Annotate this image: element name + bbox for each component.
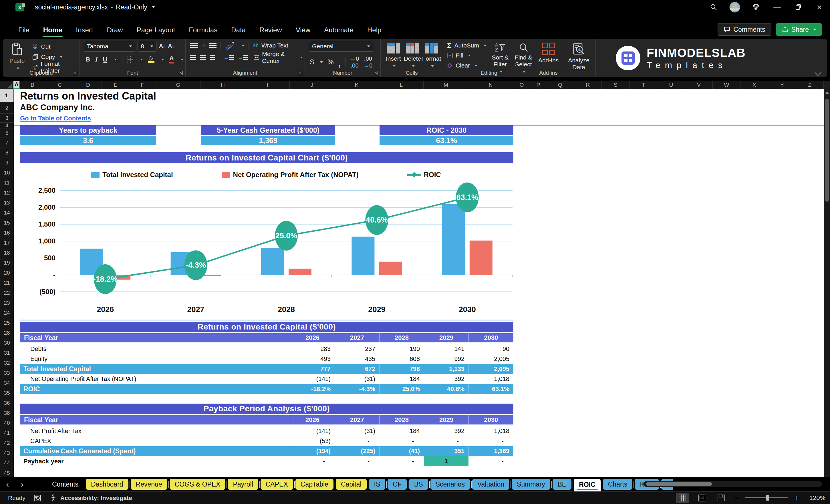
column-header-X[interactable]: X <box>740 81 768 89</box>
column-header-B[interactable]: B <box>20 81 45 89</box>
column-header-H[interactable]: H <box>200 81 245 89</box>
cell-value[interactable]: -4.3% <box>334 384 379 394</box>
row-header-15[interactable]: 15 <box>0 218 14 228</box>
ribbon-tab-data[interactable]: Data <box>224 22 253 39</box>
sheet-tab-contents[interactable]: Contents <box>47 479 84 490</box>
table-row-cumulative-cash-generated-spent-[interactable]: Cumulative Cash Generated (Spent)(194)(2… <box>20 446 513 456</box>
row-header-42[interactable]: 42 <box>0 438 14 448</box>
cell-value[interactable]: 184 <box>379 426 424 436</box>
align-right-icon[interactable] <box>210 55 215 60</box>
sheet-title[interactable]: Returns on Invested Capital <box>20 90 156 102</box>
horizontal-scroll-thumb[interactable] <box>646 482 712 486</box>
cell-value[interactable]: 1,018 <box>469 426 513 436</box>
column-header-L[interactable]: L <box>379 81 423 89</box>
column-header-M[interactable]: M <box>423 81 468 89</box>
sheet-nav-left-icon[interactable]: ‹ <box>0 479 15 489</box>
row-label[interactable]: Net Operating Profit After Tax (NOPAT) <box>20 374 290 384</box>
underline-options-caret[interactable] <box>114 59 117 60</box>
column-header-K[interactable]: K <box>334 81 379 89</box>
cell-value[interactable]: 63.1% <box>469 384 513 394</box>
autosum-button[interactable]: Σ AutoSum <box>447 41 486 50</box>
column-header-Z[interactable]: Z <box>796 81 824 89</box>
row-header-23[interactable]: 23 <box>0 298 14 308</box>
analyze-data-button[interactable]: AnalyzeData <box>569 41 589 71</box>
row-header-38[interactable]: 38 <box>0 408 14 418</box>
year-column-2030[interactable]: 2030 <box>469 333 513 342</box>
company-name[interactable]: ABC Company Inc. <box>20 103 95 112</box>
row-header-45[interactable]: 45 <box>0 468 14 478</box>
cell-value[interactable]: 1,018 <box>469 374 513 384</box>
kpi-label-2[interactable]: ROIC - 2030 <box>380 125 513 135</box>
cell-value[interactable]: 351 <box>424 446 469 456</box>
comments-button[interactable]: Comments <box>717 23 771 36</box>
cell-value[interactable]: - <box>469 436 513 446</box>
align-center-icon[interactable] <box>200 55 205 60</box>
row-label[interactable]: Payback year <box>20 456 290 466</box>
row-header-10[interactable]: 10 <box>0 168 14 178</box>
row-header-2[interactable]: 2 <box>0 102 14 114</box>
cell-value[interactable]: 392 <box>424 374 469 384</box>
fill-color-icon[interactable] <box>148 56 154 63</box>
table-row-debts[interactable]: Debts28323719014190 <box>20 344 513 354</box>
borders-caret[interactable] <box>140 59 143 60</box>
column-header-G[interactable]: G <box>156 81 200 89</box>
number-dialog-launcher[interactable] <box>374 71 378 75</box>
accessibility-status[interactable]: Accessibility: Investigate <box>50 494 132 502</box>
decrease-decimal-icon[interactable]: .00→0 <box>363 55 372 69</box>
ribbon-tab-page-layout[interactable]: Page Layout <box>130 22 182 39</box>
ribbon-tab-review[interactable]: Review <box>253 22 289 39</box>
column-header-C[interactable]: C <box>45 81 74 89</box>
row-header-33[interactable]: 33 <box>0 368 14 378</box>
column-header-R[interactable]: R <box>574 81 602 89</box>
premium-gem-icon[interactable] <box>745 0 767 14</box>
normal-view-button[interactable] <box>676 493 689 503</box>
sheet-tab-is[interactable]: IS <box>369 479 386 490</box>
cell-value[interactable]: (41) <box>379 446 424 456</box>
row-header-16[interactable]: 16 <box>0 228 14 238</box>
cell-value[interactable]: - <box>334 456 379 466</box>
sheet-cells[interactable]: Returns on Invested Capital ABC Company … <box>14 89 824 477</box>
row-header-31[interactable]: 31 <box>0 348 14 358</box>
row-label[interactable]: CAPEX <box>20 436 290 446</box>
column-header-N[interactable]: N <box>468 81 513 89</box>
italic-button[interactable]: I <box>95 56 98 63</box>
zoom-out-button[interactable]: − <box>734 494 739 503</box>
cell-value[interactable]: - <box>334 436 379 446</box>
fill-color-caret[interactable] <box>161 59 164 60</box>
cell-value[interactable]: - <box>469 456 513 466</box>
kpi-label-1[interactable]: 5-Year Cash Generated ($'000) <box>201 125 335 135</box>
cell-value[interactable]: 992 <box>424 354 469 364</box>
sheet-tab-be[interactable]: BE <box>552 479 572 490</box>
bold-button[interactable]: B <box>86 56 90 63</box>
column-header-F[interactable]: F <box>129 81 156 89</box>
sheet-tab-summary[interactable]: Summary <box>512 479 550 490</box>
row-label[interactable]: Debts <box>20 344 290 354</box>
kpi-value-0[interactable]: 3.6 <box>20 136 156 145</box>
percent-format-icon[interactable]: % <box>327 58 333 66</box>
row-label[interactable]: Total Invested Capital <box>20 364 290 374</box>
row-header-13[interactable]: 13 <box>0 198 14 208</box>
table-row-roic[interactable]: ROIC-18.2%-4.3%25.0%40.6%63.1% <box>20 384 513 394</box>
row-header-17[interactable]: 17 <box>0 238 14 248</box>
number-format-select[interactable]: General <box>309 41 373 52</box>
row-label[interactable]: Net Profit After Tax <box>20 426 290 436</box>
document-mode[interactable]: Read-Only <box>116 3 147 11</box>
paste-button[interactable]: Paste <box>7 41 27 72</box>
table-row-total-invested-capital[interactable]: Total Invested Capital7776727981,1332,09… <box>20 364 513 374</box>
font-color-caret[interactable] <box>181 59 184 60</box>
column-header-D[interactable]: D <box>74 81 102 89</box>
row-header-19[interactable]: 19 <box>0 258 14 268</box>
ribbon-tab-draw[interactable]: Draw <box>100 22 130 39</box>
sheet-tab-dashboard[interactable]: Dashboard <box>86 479 128 490</box>
cell-value[interactable]: 25.0% <box>379 384 424 394</box>
row-header-12[interactable]: 12 <box>0 188 14 198</box>
font-dialog-launcher[interactable] <box>179 71 183 75</box>
cell-value[interactable]: 1,369 <box>469 446 513 456</box>
addins-button[interactable]: Add-ins <box>538 41 559 64</box>
align-left-icon[interactable] <box>190 55 196 60</box>
year-column-2030[interactable]: 2030 <box>469 415 513 424</box>
sheet-tab-bs[interactable]: BS <box>409 479 428 490</box>
cell-value[interactable]: 435 <box>334 354 379 364</box>
delete-cells-button[interactable]: Delete <box>403 41 422 69</box>
clear-button[interactable]: Clear <box>447 61 486 70</box>
